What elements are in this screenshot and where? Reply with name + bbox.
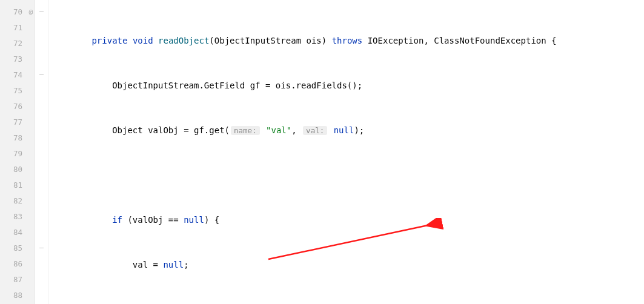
line-number[interactable]: 76	[0, 98, 35, 114]
fold-margin-row	[35, 256, 48, 271]
fold-margin[interactable]	[35, 0, 48, 304]
line-number[interactable]: 71	[0, 19, 35, 35]
line-number[interactable]: 84	[0, 224, 35, 240]
line-number[interactable]: 70@	[0, 4, 35, 19]
line-number[interactable]: 80	[0, 161, 35, 177]
code-line[interactable]: ObjectInputStream.GetField gf = ois.read…	[51, 78, 644, 93]
code-line[interactable]	[51, 167, 644, 183]
line-number-gutter[interactable]: 70@717273747576777879808182838485868788	[0, 0, 35, 304]
fold-margin-row	[35, 240, 48, 256]
code-line[interactable]: } else if (valObj instanceof String) {	[51, 302, 644, 304]
fold-toggle-icon[interactable]	[39, 8, 45, 15]
fold-margin-row	[35, 35, 48, 51]
line-number[interactable]: 85	[0, 240, 35, 256]
fold-margin-row	[35, 98, 48, 114]
code-line[interactable]: val = null;	[51, 257, 644, 273]
code-line[interactable]: Object valObj = gf.get(name: "val", val:…	[51, 122, 644, 138]
fold-margin-row	[35, 208, 48, 224]
fold-margin-row	[35, 82, 48, 98]
fold-margin-row	[35, 161, 48, 177]
fold-margin-row	[35, 193, 48, 208]
fold-margin-row	[35, 145, 48, 161]
line-number[interactable]: 86	[0, 256, 35, 271]
param-hint: name:	[231, 126, 260, 135]
fold-margin-row	[35, 271, 48, 287]
line-number[interactable]: 72	[0, 35, 35, 51]
fold-margin-row	[35, 224, 48, 240]
fold-margin-row	[35, 19, 48, 35]
param-hint: val:	[303, 126, 327, 135]
code-line[interactable]: private void readObject(ObjectInputStrea…	[51, 33, 644, 48]
line-number[interactable]: 77	[0, 114, 35, 130]
line-number[interactable]: 83	[0, 208, 35, 224]
fold-toggle-icon[interactable]	[39, 71, 45, 78]
override-gutter-icon[interactable]: @	[28, 8, 33, 16]
code-editor[interactable]: private void readObject(ObjectInputStrea…	[48, 0, 644, 304]
line-number[interactable]: 88	[0, 287, 35, 303]
line-number[interactable]: 78	[0, 130, 35, 145]
code-line[interactable]: if (valObj == null) {	[51, 212, 644, 228]
fold-margin-row	[35, 287, 48, 303]
line-number[interactable]: 81	[0, 177, 35, 193]
line-number[interactable]: 73	[0, 51, 35, 67]
fold-toggle-icon[interactable]	[39, 245, 45, 251]
fold-margin-row	[35, 51, 48, 67]
line-number[interactable]: 82	[0, 193, 35, 208]
svg-line-0	[268, 223, 439, 259]
line-number[interactable]: 74	[0, 67, 35, 82]
fold-margin-row	[35, 4, 48, 19]
line-number[interactable]: 75	[0, 82, 35, 98]
fold-margin-row	[35, 130, 48, 145]
line-number[interactable]: 87	[0, 271, 35, 287]
line-number[interactable]: 79	[0, 145, 35, 161]
fold-margin-row	[35, 177, 48, 193]
fold-margin-row	[35, 67, 48, 82]
fold-margin-row	[35, 114, 48, 130]
